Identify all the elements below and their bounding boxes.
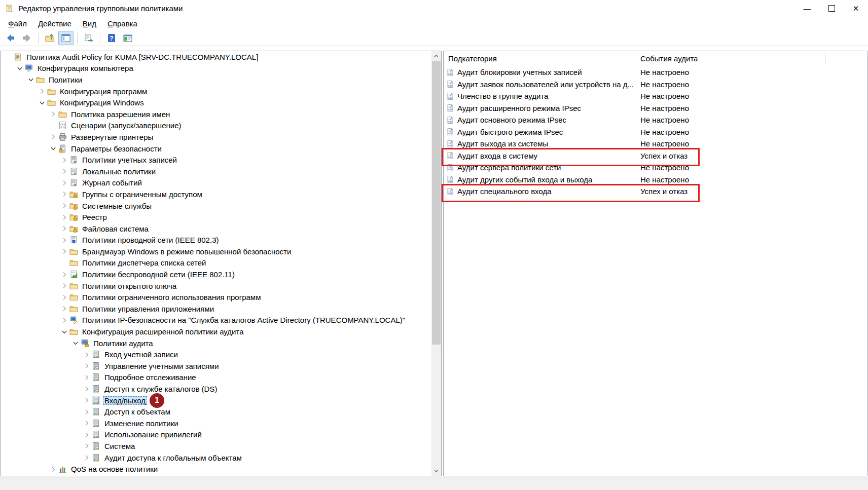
- back-button[interactable]: [3, 31, 18, 45]
- tree-item-ip-security-policies[interactable]: Политики IP-безопасности на "Служба ката…: [1, 315, 431, 326]
- table-row[interactable]: 101010Аудит других событий входа и выход…: [444, 174, 867, 186]
- up-one-level-button[interactable]: [42, 31, 57, 45]
- chevron-right-icon[interactable]: [83, 431, 91, 439]
- chevron-right-icon[interactable]: [83, 385, 91, 393]
- tree-item-policy-based-qos[interactable]: QoS на основе политики: [1, 463, 431, 475]
- chevron-right-icon[interactable]: [60, 190, 68, 198]
- tree-item-logon-logoff[interactable]: Вход/выход1: [1, 395, 431, 406]
- tree-item-policies[interactable]: Политики: [1, 74, 431, 86]
- tree-item-public-key-policies[interactable]: Политики открытого ключа: [1, 280, 431, 292]
- tree-item-wired-network-policies[interactable]: Политики проводной сети (IEEE 802.3): [1, 235, 431, 246]
- chevron-right-icon[interactable]: [60, 271, 68, 279]
- tree-item-global-object-access[interactable]: Аудит доступа к глобальным объектам: [1, 452, 431, 464]
- table-row[interactable]: 101010Аудит расширенного режима IPsecНе …: [444, 102, 867, 115]
- chevron-right-icon[interactable]: [49, 110, 57, 118]
- tree-item-wireless-network-policies[interactable]: Политики беспроводной сети (IEEE 802.11): [1, 269, 431, 280]
- chevron-right-icon[interactable]: [38, 87, 46, 95]
- tree-item-restricted-groups[interactable]: Группы с ограниченным доступом: [1, 189, 431, 200]
- chevron-right-icon[interactable]: [49, 133, 57, 141]
- menu-item-action[interactable]: Действие: [32, 18, 77, 29]
- chevron-right-icon[interactable]: [83, 351, 91, 359]
- table-row[interactable]: 101010Аудит быстрого режима IPsecНе наст…: [444, 126, 867, 138]
- chevron-right-icon[interactable]: [49, 465, 57, 473]
- chevron-right-icon[interactable]: [60, 202, 68, 210]
- tree-item-account-policies[interactable]: Политики учетных записей: [1, 154, 431, 166]
- chevron-down-icon[interactable]: [27, 76, 35, 84]
- table-row[interactable]: 101010Аудит сервера политики сетиНе наст…: [444, 162, 867, 174]
- tree-item-object-access[interactable]: Доступ к объектам: [1, 406, 431, 418]
- table-row[interactable]: 101010Аудит входа в системуУспех и отказ: [444, 150, 867, 162]
- tree-item-registry[interactable]: Реестр: [1, 211, 431, 223]
- tree-item-event-log[interactable]: Журнал событий: [1, 177, 431, 189]
- chevron-right-icon[interactable]: [83, 408, 91, 416]
- column-header-audit-events[interactable]: События аудита: [640, 54, 698, 63]
- new-window-button[interactable]: [120, 31, 135, 45]
- tree-item-deployed-printers[interactable]: Развернутые принтеры: [1, 131, 431, 143]
- chevron-right-icon[interactable]: [60, 316, 68, 324]
- tree-item-detailed-tracking[interactable]: Подробное отслеживание: [1, 372, 431, 384]
- chevron-right-icon[interactable]: [60, 236, 68, 244]
- forward-button[interactable]: [19, 31, 34, 45]
- minimize-button[interactable]: —: [795, 0, 819, 17]
- menu-item-file[interactable]: Файл: [3, 18, 32, 29]
- menu-item-help[interactable]: Справка: [102, 18, 143, 29]
- tree-item-advanced-audit-policy[interactable]: Конфигурация расширенной политики аудита: [1, 326, 431, 337]
- chevron-down-icon[interactable]: [38, 99, 46, 107]
- tree-item-windows-settings[interactable]: Конфигурация Windows: [1, 97, 431, 108]
- maximize-button[interactable]: [819, 0, 844, 17]
- table-row[interactable]: 101010Аудит выхода из системыНе настроен…: [444, 138, 867, 150]
- tree-item-policy-change[interactable]: Изменение политики: [1, 418, 431, 429]
- column-header-subcategory[interactable]: Подкатегория: [448, 54, 497, 63]
- chevron-right-icon[interactable]: [83, 373, 91, 382]
- chevron-right-icon[interactable]: [60, 293, 68, 301]
- scrollbar-thumb[interactable]: [432, 61, 441, 345]
- tree-item-computer-configuration[interactable]: Конфигурация компьютера: [1, 63, 431, 74]
- tree-item-system[interactable]: Система: [1, 440, 431, 452]
- tree-item-gpo-root[interactable]: Политика Audit Policy for KUMA [SRV-DC.T…: [1, 51, 431, 63]
- tree-item-privilege-use[interactable]: Использование привилегий: [1, 429, 431, 441]
- chevron-right-icon[interactable]: [60, 247, 68, 255]
- chevron-right-icon[interactable]: [83, 362, 91, 370]
- chevron-right-icon[interactable]: [83, 396, 91, 404]
- chevron-right-icon[interactable]: [60, 282, 68, 290]
- table-row[interactable]: 101010Аудит заявок пользователей или уст…: [444, 79, 867, 91]
- column-divider[interactable]: [633, 53, 633, 64]
- tree-item-account-management[interactable]: Управление учетными записями: [1, 360, 431, 372]
- chevron-right-icon[interactable]: [60, 156, 68, 164]
- column-divider[interactable]: [825, 53, 826, 64]
- tree-item-file-system[interactable]: Файловая система: [1, 223, 431, 235]
- tree-item-name-resolution-policy[interactable]: Политика разрешения имен: [1, 108, 431, 120]
- tree-item-network-list-manager[interactable]: Политики диспетчера списка сетей: [1, 257, 431, 269]
- tree-item-account-logon[interactable]: Вход учетной записи: [1, 349, 431, 360]
- chevron-right-icon[interactable]: [83, 442, 91, 450]
- help-button[interactable]: ?: [104, 31, 119, 45]
- tree-item-application-control-policies[interactable]: Политики управления приложениями: [1, 303, 431, 315]
- chevron-right-icon[interactable]: [60, 167, 68, 175]
- export-list-button[interactable]: [81, 31, 96, 45]
- tree-vertical-scrollbar[interactable]: [431, 51, 441, 476]
- table-row[interactable]: 101010Аудит блокировки учетных записейНе…: [444, 66, 867, 79]
- chevron-right-icon[interactable]: [60, 213, 68, 221]
- close-button[interactable]: ✕: [844, 0, 868, 17]
- menu-item-view[interactable]: Вид: [77, 18, 102, 29]
- chevron-right-icon[interactable]: [60, 305, 68, 313]
- chevron-right-icon[interactable]: [83, 454, 91, 462]
- chevron-down-icon[interactable]: [49, 144, 57, 153]
- tree-item-system-services[interactable]: Системные службы: [1, 200, 431, 212]
- tree-item-software-restriction-policies[interactable]: Политики ограниченного использования про…: [1, 291, 431, 303]
- console-tree-button[interactable]: [58, 31, 74, 45]
- tree-item-ds-access[interactable]: Доступ к службе каталогов (DS): [1, 383, 431, 395]
- tree-item-security-settings[interactable]: Параметры безопасности: [1, 143, 431, 155]
- tree-item-local-policies[interactable]: Локальные политики: [1, 166, 431, 177]
- tree-item-windows-firewall[interactable]: Брандмауэр Windows в режиме повышенной б…: [1, 246, 431, 257]
- table-row[interactable]: 101010Аудит основного режима IPsecНе нас…: [444, 114, 867, 126]
- table-row[interactable]: 101010Аудит специального входаУспех и от…: [444, 185, 867, 198]
- table-row[interactable]: 101010Членство в группе аудитаНе настрое…: [444, 90, 867, 102]
- tree-item-software-settings[interactable]: Конфигурация программ: [1, 86, 431, 97]
- chevron-right-icon[interactable]: [60, 179, 68, 187]
- scroll-up-button[interactable]: [431, 51, 441, 61]
- chevron-right-icon[interactable]: [83, 419, 91, 427]
- chevron-down-icon[interactable]: [60, 328, 68, 336]
- chevron-down-icon[interactable]: [71, 339, 80, 347]
- chevron-right-icon[interactable]: [60, 224, 68, 233]
